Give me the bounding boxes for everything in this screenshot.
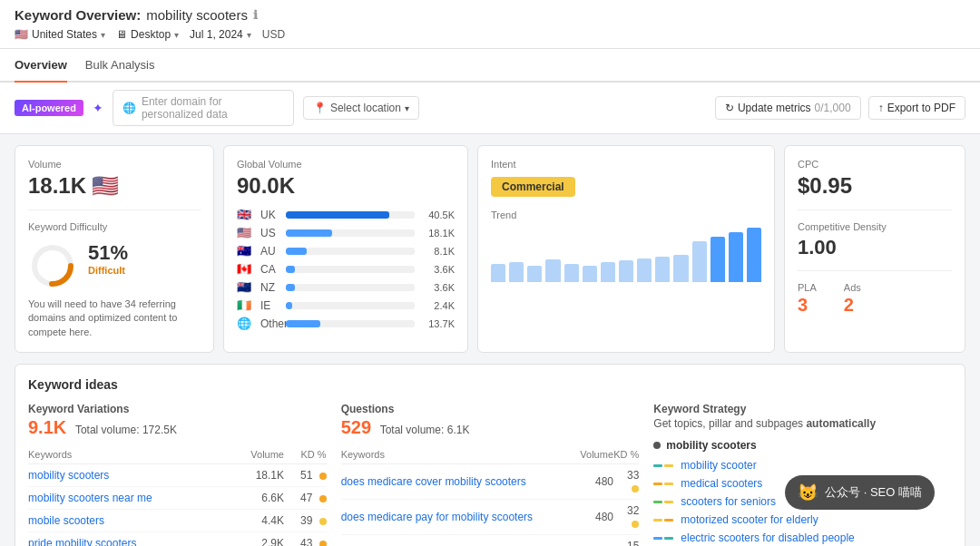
global-vol-label: Global Volume	[237, 159, 455, 170]
cpc-value: $0.95	[798, 173, 952, 199]
dash-line	[653, 483, 673, 485]
country-filter[interactable]: 🇺🇸 United States ▾	[15, 28, 105, 41]
country-value: 8.1K	[420, 246, 455, 257]
info-icon[interactable]: ℹ	[253, 8, 258, 22]
country-row: 🇨🇦 CA 3.6K	[237, 262, 455, 276]
kd-cell: 43	[284, 532, 327, 546]
country-bar-fill	[286, 248, 307, 255]
volume-value: 18.1K 🇺🇸	[28, 173, 201, 199]
keyword-link[interactable]: does medicare pay for mobility scooters	[341, 511, 533, 523]
trend-bar	[655, 257, 670, 282]
strategy-keyword-link[interactable]: motorized scooter for elderly	[681, 513, 818, 526]
dash-line	[653, 501, 673, 503]
country-row: 🇮🇪 IE 2.4K	[237, 298, 455, 312]
location-select[interactable]: 📍 Select location ▾	[303, 96, 419, 120]
pla-item: PLA 3	[798, 282, 817, 316]
country-bar-fill	[286, 284, 295, 291]
intent-label: Intent	[491, 159, 761, 170]
country-bars: 🇬🇧 UK 40.5K 🇺🇸 US 18.1K 🇦🇺 AU 8.1K 🇨🇦 CA…	[237, 208, 455, 330]
dash-icon	[664, 501, 673, 503]
sparkle-icon: ✦	[93, 101, 103, 115]
country-bar-fill	[286, 229, 332, 237]
trend-bar	[601, 262, 615, 282]
volume-kd-card: Volume 18.1K 🇺🇸 Keyword Difficulty 51% D…	[15, 145, 214, 353]
country-bar-fill	[286, 302, 292, 309]
keyword-ideas-section: Keyword ideas Keyword Variations 9.1K To…	[15, 364, 965, 546]
header: Keyword Overview: mobility scooters ℹ 🇺🇸…	[0, 0, 980, 49]
strategy-keyword-link[interactable]: mobility scooter	[681, 459, 756, 472]
topic-dot-icon	[653, 442, 661, 449]
strategy-keyword-link[interactable]: electric scooters for disabled people	[681, 531, 854, 544]
country-flag-icon: 🇮🇪	[237, 298, 255, 312]
tab-bulk-analysis[interactable]: Bulk Analysis	[85, 49, 155, 83]
dash-line	[653, 537, 673, 540]
kd-label: Keyword Difficulty	[28, 221, 201, 232]
strategy-item: electric scooters for disabled people	[653, 531, 952, 544]
table-row: who buys used mobility scooters near me …	[341, 535, 640, 546]
country-code: US	[260, 227, 280, 239]
questions-total: Total volume: 6.1K	[380, 424, 470, 436]
country-bar-container	[286, 284, 415, 291]
keyword-link[interactable]: mobility scooters near me	[28, 492, 152, 504]
kd-cell: 47	[284, 487, 327, 510]
intent-trend-card: Intent Commercial Trend	[477, 145, 775, 353]
header-filters: 🇺🇸 United States ▾ 🖥 Desktop ▾ Jul 1, 20…	[15, 28, 965, 41]
keyword-link[interactable]: does medicare cover mobility scooters	[341, 475, 526, 488]
country-bar-container	[286, 266, 415, 273]
trend-bars	[491, 228, 761, 282]
dash-icon	[653, 483, 662, 485]
trend-bar	[545, 259, 560, 282]
trend-bar	[564, 264, 579, 282]
country-code: UK	[260, 209, 280, 221]
trend-bar	[509, 262, 524, 282]
chevron-down-icon: ▾	[247, 30, 251, 40]
domain-icon: 🌐	[122, 102, 136, 114]
date-filter[interactable]: Jul 1, 2024 ▾	[190, 28, 251, 41]
table-row: does medicare cover mobility scooters 48…	[341, 464, 640, 500]
trend-bar	[583, 266, 597, 282]
tab-overview[interactable]: Overview	[15, 49, 67, 83]
strategy-keyword-link[interactable]: medical scooters	[681, 477, 762, 490]
device-filter[interactable]: 🖥 Desktop ▾	[116, 28, 179, 41]
country-bar-container	[286, 248, 415, 255]
strategy-keyword-link[interactable]: scooters for seniors	[681, 495, 776, 508]
variations-title: Keyword Variations	[28, 403, 327, 415]
country-value: 2.4K	[420, 300, 455, 311]
country-code: IE	[260, 299, 280, 312]
country-value: 18.1K	[420, 228, 455, 239]
kd-dot-icon	[632, 485, 639, 492]
country-bar-container	[286, 211, 415, 219]
dash-icon	[664, 519, 673, 522]
location-icon: 📍	[313, 102, 327, 114]
keyword-ideas-title: Keyword ideas	[28, 377, 952, 392]
domain-input[interactable]: 🌐 Enter domain for personalized data	[113, 90, 294, 126]
comp-density-label: Competitive Density	[798, 221, 952, 232]
trend-bar	[673, 255, 688, 282]
country-row: 🇳🇿 NZ 3.6K	[237, 280, 455, 294]
country-flag-icon: 🇦🇺	[237, 244, 255, 258]
dash-icon	[664, 537, 673, 540]
volume-cell: 18.1K	[230, 464, 284, 487]
export-pdf-button[interactable]: ↑ Export to PDF	[868, 96, 965, 120]
strategy-item: mobility scooter	[653, 459, 952, 472]
volume-cell: 480	[580, 500, 613, 535]
keyword-link[interactable]: mobility scooters	[28, 469, 109, 482]
volume-cell: 480	[580, 464, 613, 500]
kd-value: 51%	[88, 241, 128, 265]
nav-tabs: Overview Bulk Analysis	[0, 49, 980, 83]
dash-icon	[664, 483, 673, 485]
strategy-description: Get topics, pillar and subpages automati…	[653, 417, 952, 430]
questions-title: Questions	[341, 403, 640, 415]
keyword-link[interactable]: pride mobility scooters	[28, 537, 136, 546]
keyword-link[interactable]: mobile scooters	[28, 514, 104, 527]
metrics-row: Volume 18.1K 🇺🇸 Keyword Difficulty 51% D…	[15, 145, 965, 353]
dash-icon	[653, 464, 662, 467]
country-code: NZ	[260, 281, 280, 294]
country-bar-fill	[286, 211, 389, 219]
us-flag-icon: 🇺🇸	[15, 28, 28, 41]
update-metrics-button[interactable]: ↻ Update metrics 0/1,000	[715, 96, 861, 120]
col-kd: KD %	[613, 445, 639, 464]
volume-cell: 2.9K	[230, 532, 284, 546]
variations-count: 9.1K	[28, 417, 66, 437]
table-row: mobile scooters 4.4K 39	[28, 510, 327, 532]
